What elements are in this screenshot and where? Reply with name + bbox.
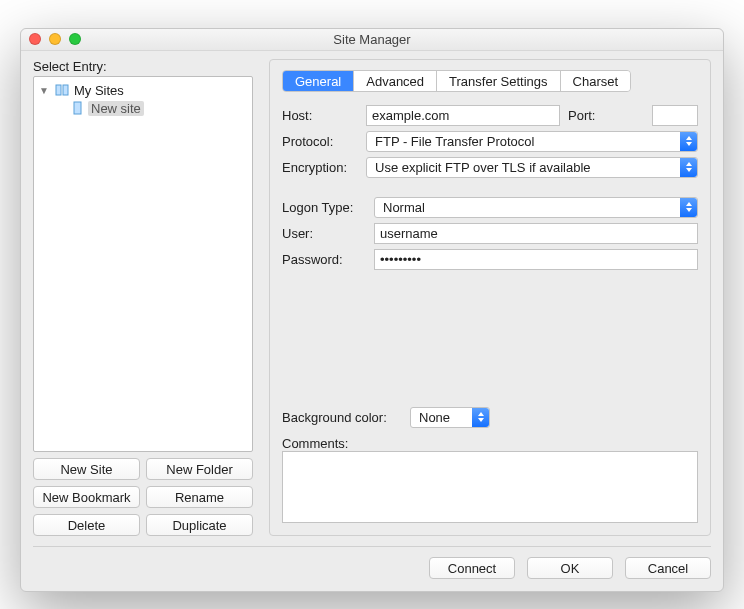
svg-rect-1	[63, 85, 68, 95]
split-pane: Select Entry: ▼ My Sites New site	[33, 59, 711, 536]
bgcolor-row: Background color: None	[282, 404, 698, 430]
svg-rect-2	[74, 102, 81, 114]
server-group-icon	[54, 83, 70, 97]
new-site-button[interactable]: New Site	[33, 458, 140, 480]
server-icon	[72, 101, 84, 115]
user-row: User:	[282, 220, 698, 246]
select-entry-label: Select Entry:	[33, 59, 253, 74]
left-panel: Select Entry: ▼ My Sites New site	[33, 59, 253, 536]
tree-item-label[interactable]: New site	[88, 101, 144, 116]
port-input[interactable]	[652, 105, 698, 126]
zoom-icon[interactable]	[69, 33, 81, 45]
password-row: Password:	[282, 246, 698, 272]
rename-button[interactable]: Rename	[146, 486, 253, 508]
disclosure-triangle-icon[interactable]: ▼	[38, 85, 50, 96]
tab-charset[interactable]: Charset	[561, 71, 631, 91]
encryption-value: Use explicit FTP over TLS if available	[375, 160, 591, 175]
comments-textarea[interactable]	[282, 451, 698, 523]
tab-bar: General Advanced Transfer Settings Chars…	[282, 70, 631, 92]
encryption-select[interactable]: Use explicit FTP over TLS if available	[366, 157, 698, 178]
background-color-label: Background color:	[282, 410, 402, 425]
user-input[interactable]	[374, 223, 698, 244]
user-label: User:	[282, 226, 366, 241]
tree-root-label: My Sites	[74, 83, 124, 98]
connect-button[interactable]: Connect	[429, 557, 515, 579]
right-panel: General Advanced Transfer Settings Chars…	[269, 59, 711, 536]
logon-row: Logon Type: Normal	[282, 194, 698, 220]
background-color-value: None	[419, 410, 450, 425]
chevron-updown-icon	[472, 408, 489, 427]
host-input[interactable]	[366, 105, 560, 126]
tab-transfer-settings[interactable]: Transfer Settings	[437, 71, 561, 91]
cancel-button[interactable]: Cancel	[625, 557, 711, 579]
tab-general[interactable]: General	[283, 71, 354, 91]
password-label: Password:	[282, 252, 366, 267]
chevron-updown-icon	[680, 198, 697, 217]
logon-type-select[interactable]: Normal	[374, 197, 698, 218]
window-body: Select Entry: ▼ My Sites New site	[21, 51, 723, 591]
ok-button[interactable]: OK	[527, 557, 613, 579]
host-row: Host: Port:	[282, 102, 698, 128]
comments-label: Comments:	[282, 436, 698, 451]
entries-tree[interactable]: ▼ My Sites New site	[33, 76, 253, 452]
protocol-label: Protocol:	[282, 134, 358, 149]
port-label: Port:	[568, 108, 644, 123]
window-title: Site Manager	[333, 32, 410, 47]
protocol-select[interactable]: FTP - File Transfer Protocol	[366, 131, 698, 152]
logon-type-label: Logon Type:	[282, 200, 366, 215]
host-label: Host:	[282, 108, 358, 123]
password-input[interactable]	[374, 249, 698, 270]
close-icon[interactable]	[29, 33, 41, 45]
chevron-updown-icon	[680, 158, 697, 177]
chevron-updown-icon	[680, 132, 697, 151]
background-color-select[interactable]: None	[410, 407, 490, 428]
svg-rect-0	[56, 85, 61, 95]
tree-root-row[interactable]: ▼ My Sites	[34, 81, 252, 99]
settings-group: General Advanced Transfer Settings Chars…	[269, 59, 711, 536]
spacer	[282, 180, 698, 194]
site-manager-window: Site Manager Select Entry: ▼ My Sites	[20, 28, 724, 592]
encryption-label: Encryption:	[282, 160, 358, 175]
window-controls	[29, 33, 81, 45]
tree-item-row[interactable]: New site	[34, 99, 252, 117]
new-folder-button[interactable]: New Folder	[146, 458, 253, 480]
new-bookmark-button[interactable]: New Bookmark	[33, 486, 140, 508]
duplicate-button[interactable]: Duplicate	[146, 514, 253, 536]
dialog-footer: Connect OK Cancel	[33, 546, 711, 579]
encryption-row: Encryption: Use explicit FTP over TLS if…	[282, 154, 698, 180]
logon-type-value: Normal	[383, 200, 425, 215]
entry-buttons: New Site New Folder New Bookmark Rename …	[33, 458, 253, 536]
tab-advanced[interactable]: Advanced	[354, 71, 437, 91]
minimize-icon[interactable]	[49, 33, 61, 45]
protocol-row: Protocol: FTP - File Transfer Protocol	[282, 128, 698, 154]
delete-button[interactable]: Delete	[33, 514, 140, 536]
protocol-value: FTP - File Transfer Protocol	[375, 134, 534, 149]
titlebar: Site Manager	[21, 29, 723, 51]
